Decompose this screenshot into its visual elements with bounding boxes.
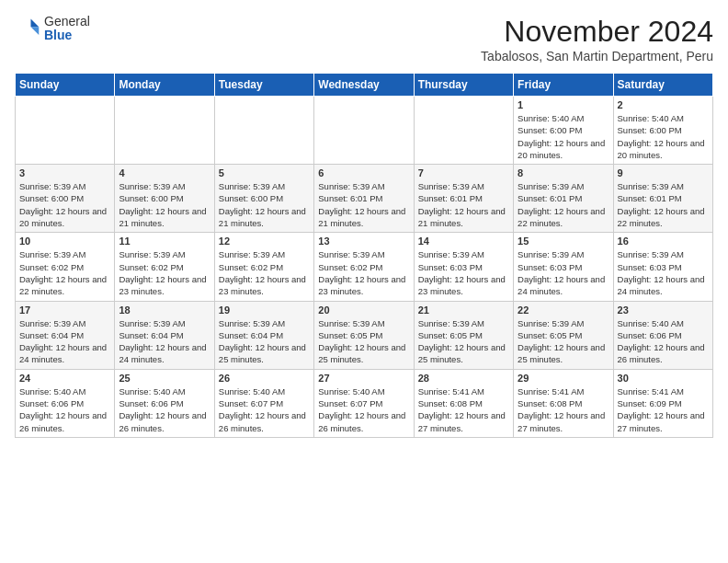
day-number: 26 xyxy=(219,373,310,384)
day-of-week-header: Tuesday xyxy=(214,74,313,97)
calendar-cell: 16Sunrise: 5:39 AM Sunset: 6:03 PM Dayli… xyxy=(613,233,712,301)
logo-text: General Blue xyxy=(44,15,90,43)
day-number: 22 xyxy=(518,304,609,316)
day-number: 10 xyxy=(19,236,110,247)
calendar-cell xyxy=(314,97,414,165)
calendar-cell: 9Sunrise: 5:39 AM Sunset: 6:01 PM Daylig… xyxy=(613,165,712,233)
calendar-cell: 22Sunrise: 5:39 AM Sunset: 6:05 PM Dayli… xyxy=(514,301,613,369)
calendar-cell: 3Sunrise: 5:39 AM Sunset: 6:00 PM Daylig… xyxy=(16,165,115,233)
day-info: Sunrise: 5:39 AM Sunset: 6:03 PM Dayligh… xyxy=(418,248,509,297)
day-number: 12 xyxy=(219,236,310,247)
logo: General Blue xyxy=(15,15,90,43)
day-of-week-header: Monday xyxy=(115,74,214,97)
day-info: Sunrise: 5:40 AM Sunset: 6:06 PM Dayligh… xyxy=(119,385,210,434)
day-of-week-header: Wednesday xyxy=(314,74,414,97)
calendar-cell: 26Sunrise: 5:40 AM Sunset: 6:07 PM Dayli… xyxy=(214,369,313,437)
calendar-cell: 18Sunrise: 5:39 AM Sunset: 6:04 PM Dayli… xyxy=(115,301,214,369)
day-number: 18 xyxy=(119,304,210,316)
calendar-cell: 24Sunrise: 5:40 AM Sunset: 6:06 PM Dayli… xyxy=(16,369,115,437)
header: General Blue November 2024 Tabalosos, Sa… xyxy=(15,15,713,63)
calendar-cell: 21Sunrise: 5:39 AM Sunset: 6:05 PM Dayli… xyxy=(414,301,513,369)
day-info: Sunrise: 5:39 AM Sunset: 6:00 PM Dayligh… xyxy=(219,180,310,229)
day-info: Sunrise: 5:41 AM Sunset: 6:09 PM Dayligh… xyxy=(618,385,709,434)
day-number: 13 xyxy=(318,236,409,247)
day-number: 6 xyxy=(318,167,409,178)
calendar-cell: 25Sunrise: 5:40 AM Sunset: 6:06 PM Dayli… xyxy=(115,369,214,437)
calendar-week-row: 17Sunrise: 5:39 AM Sunset: 6:04 PM Dayli… xyxy=(16,301,713,369)
day-info: Sunrise: 5:39 AM Sunset: 6:01 PM Dayligh… xyxy=(518,180,609,229)
location-title: Tabalosos, San Martin Department, Peru xyxy=(481,49,713,63)
day-info: Sunrise: 5:39 AM Sunset: 6:05 PM Dayligh… xyxy=(518,317,609,366)
day-info: Sunrise: 5:40 AM Sunset: 6:07 PM Dayligh… xyxy=(318,385,409,434)
day-info: Sunrise: 5:40 AM Sunset: 6:00 PM Dayligh… xyxy=(518,112,609,161)
day-info: Sunrise: 5:41 AM Sunset: 6:08 PM Dayligh… xyxy=(418,385,509,434)
logo-blue-text: Blue xyxy=(44,29,90,42)
calendar-cell: 23Sunrise: 5:40 AM Sunset: 6:06 PM Dayli… xyxy=(613,301,712,369)
day-number: 15 xyxy=(518,236,609,247)
day-info: Sunrise: 5:39 AM Sunset: 6:00 PM Dayligh… xyxy=(19,180,110,229)
day-info: Sunrise: 5:39 AM Sunset: 6:02 PM Dayligh… xyxy=(19,248,110,297)
calendar: SundayMondayTuesdayWednesdayThursdayFrid… xyxy=(15,73,713,438)
day-info: Sunrise: 5:39 AM Sunset: 6:02 PM Dayligh… xyxy=(119,248,210,297)
calendar-cell: 20Sunrise: 5:39 AM Sunset: 6:05 PM Dayli… xyxy=(314,301,414,369)
day-info: Sunrise: 5:39 AM Sunset: 6:03 PM Dayligh… xyxy=(518,248,609,297)
day-info: Sunrise: 5:39 AM Sunset: 6:04 PM Dayligh… xyxy=(219,317,310,366)
day-number: 30 xyxy=(618,373,709,384)
day-info: Sunrise: 5:39 AM Sunset: 6:00 PM Dayligh… xyxy=(119,180,210,229)
day-info: Sunrise: 5:39 AM Sunset: 6:05 PM Dayligh… xyxy=(418,317,509,366)
day-info: Sunrise: 5:39 AM Sunset: 6:04 PM Dayligh… xyxy=(19,317,110,366)
day-number: 7 xyxy=(418,167,509,178)
calendar-week-row: 1Sunrise: 5:40 AM Sunset: 6:00 PM Daylig… xyxy=(16,97,713,165)
calendar-week-row: 10Sunrise: 5:39 AM Sunset: 6:02 PM Dayli… xyxy=(16,233,713,301)
calendar-cell xyxy=(115,97,214,165)
day-info: Sunrise: 5:40 AM Sunset: 6:07 PM Dayligh… xyxy=(219,385,310,434)
calendar-cell: 17Sunrise: 5:39 AM Sunset: 6:04 PM Dayli… xyxy=(16,301,115,369)
calendar-cell: 28Sunrise: 5:41 AM Sunset: 6:08 PM Dayli… xyxy=(414,369,513,437)
day-info: Sunrise: 5:41 AM Sunset: 6:08 PM Dayligh… xyxy=(518,385,609,434)
day-number: 25 xyxy=(119,373,210,384)
day-number: 28 xyxy=(418,373,509,384)
calendar-cell: 5Sunrise: 5:39 AM Sunset: 6:00 PM Daylig… xyxy=(214,165,313,233)
calendar-cell: 14Sunrise: 5:39 AM Sunset: 6:03 PM Dayli… xyxy=(414,233,513,301)
calendar-cell: 7Sunrise: 5:39 AM Sunset: 6:01 PM Daylig… xyxy=(414,165,513,233)
calendar-cell: 15Sunrise: 5:39 AM Sunset: 6:03 PM Dayli… xyxy=(514,233,613,301)
day-info: Sunrise: 5:39 AM Sunset: 6:05 PM Dayligh… xyxy=(318,317,409,366)
day-number: 21 xyxy=(418,304,509,316)
calendar-cell: 13Sunrise: 5:39 AM Sunset: 6:02 PM Dayli… xyxy=(314,233,414,301)
day-number: 8 xyxy=(518,167,609,178)
calendar-cell: 2Sunrise: 5:40 AM Sunset: 6:00 PM Daylig… xyxy=(613,97,712,165)
calendar-cell: 6Sunrise: 5:39 AM Sunset: 6:01 PM Daylig… xyxy=(314,165,414,233)
day-number: 4 xyxy=(119,167,210,178)
day-number: 1 xyxy=(518,99,609,110)
day-of-week-header: Friday xyxy=(514,74,613,97)
day-info: Sunrise: 5:39 AM Sunset: 6:03 PM Dayligh… xyxy=(618,248,709,297)
calendar-cell: 10Sunrise: 5:39 AM Sunset: 6:02 PM Dayli… xyxy=(16,233,115,301)
day-number: 24 xyxy=(19,373,110,384)
calendar-week-row: 24Sunrise: 5:40 AM Sunset: 6:06 PM Dayli… xyxy=(16,369,713,437)
calendar-cell: 27Sunrise: 5:40 AM Sunset: 6:07 PM Dayli… xyxy=(314,369,414,437)
day-info: Sunrise: 5:40 AM Sunset: 6:00 PM Dayligh… xyxy=(618,112,709,161)
day-of-week-header: Thursday xyxy=(414,74,513,97)
logo-general-text: General xyxy=(44,15,90,29)
calendar-cell: 1Sunrise: 5:40 AM Sunset: 6:00 PM Daylig… xyxy=(514,97,613,165)
calendar-week-row: 3Sunrise: 5:39 AM Sunset: 6:00 PM Daylig… xyxy=(16,165,713,233)
calendar-cell xyxy=(16,97,115,165)
day-number: 29 xyxy=(518,373,609,384)
day-info: Sunrise: 5:39 AM Sunset: 6:02 PM Dayligh… xyxy=(318,248,409,297)
logo-icon xyxy=(15,16,40,41)
calendar-cell xyxy=(214,97,313,165)
day-number: 20 xyxy=(318,304,409,316)
svg-marker-1 xyxy=(31,28,40,36)
day-number: 9 xyxy=(618,167,709,178)
calendar-cell: 8Sunrise: 5:39 AM Sunset: 6:01 PM Daylig… xyxy=(514,165,613,233)
day-number: 5 xyxy=(219,167,310,178)
day-number: 14 xyxy=(418,236,509,247)
day-info: Sunrise: 5:39 AM Sunset: 6:01 PM Dayligh… xyxy=(318,180,409,229)
day-number: 16 xyxy=(618,236,709,247)
calendar-cell: 19Sunrise: 5:39 AM Sunset: 6:04 PM Dayli… xyxy=(214,301,313,369)
day-info: Sunrise: 5:39 AM Sunset: 6:02 PM Dayligh… xyxy=(219,248,310,297)
day-info: Sunrise: 5:39 AM Sunset: 6:01 PM Dayligh… xyxy=(618,180,709,229)
day-info: Sunrise: 5:40 AM Sunset: 6:06 PM Dayligh… xyxy=(19,385,110,434)
calendar-cell xyxy=(414,97,513,165)
day-number: 3 xyxy=(19,167,110,178)
